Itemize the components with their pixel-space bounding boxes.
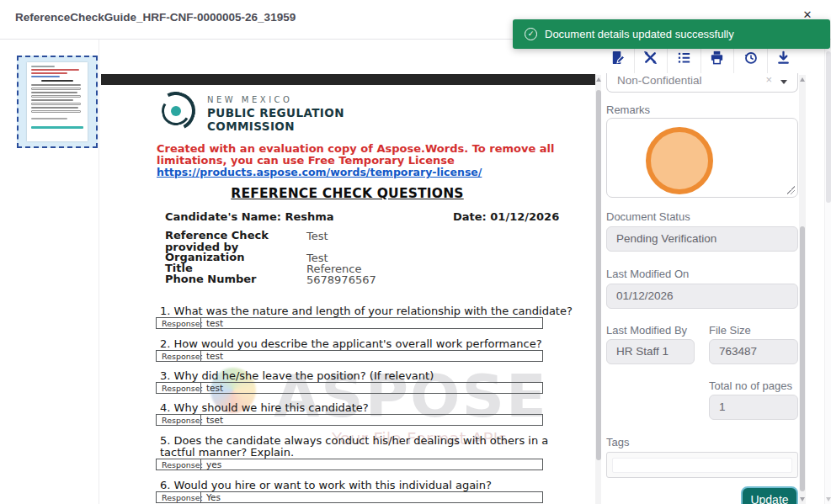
document-preview-modal: ReferenceCheckGuide_HRF-CNF-0000005-26_3… (0, 0, 831, 504)
thumbnail-preview (27, 62, 88, 141)
logo-text-line2: PUBLIC REGULATION (207, 106, 344, 119)
response-box: Response: Yes (156, 491, 543, 503)
response-box: Response: test (156, 382, 543, 394)
response-label: Response: (157, 493, 200, 502)
response-value: yes (200, 459, 542, 470)
sidebar-scrollbar (799, 75, 806, 504)
total-pages-label: Total no of pages (709, 379, 792, 392)
pdf-page: NEW MEXICO PUBLIC REGULATION COMMISSION … (99, 40, 595, 504)
document-status-field: Pending Verification (606, 226, 798, 252)
response-label: Response: (157, 352, 200, 361)
file-size-field: 763487 (709, 339, 798, 364)
last-modified-on-label: Last Modified On (606, 268, 689, 280)
eval-notice-line1: Created with an evaluation copy of Aspos… (157, 142, 554, 155)
logo-text-line1: NEW MEXICO (207, 95, 292, 104)
last-modified-by-label: Last Modified By (606, 324, 687, 337)
success-toast: ✓ Document details updated successfully (513, 19, 830, 49)
info-label: Reference Check provided by (165, 230, 310, 252)
response-label: Response: (157, 460, 200, 470)
question-text: 5. Does the candidate always conduct his… (160, 435, 581, 458)
toast-message: Document details updated successfully (545, 28, 734, 40)
confidentiality-value: Non-Confidential (617, 74, 702, 87)
document-title: ReferenceCheckGuide_HRF-CNF-0000005-26_3… (15, 11, 296, 24)
confidentiality-select[interactable]: Non-Confidential × (606, 73, 798, 93)
response-box: Response: test (156, 350, 543, 362)
tags-label: Tags (606, 436, 629, 448)
response-value: tset (200, 415, 542, 425)
click-indicator (646, 127, 713, 194)
close-icon[interactable]: ✕ (800, 8, 815, 23)
logo-text-line3: COMMISSION (207, 119, 295, 133)
last-modified-on-field: 01/12/2026 (606, 284, 798, 309)
details-sidebar: Non-Confidential × Remarks Document Stat… (601, 40, 800, 504)
clear-icon[interactable]: × (765, 73, 772, 86)
remarks-label: Remarks (606, 103, 650, 116)
document-status-label: Document Status (606, 210, 690, 223)
scrollbar-thumb[interactable] (826, 51, 831, 203)
scroll-up-icon[interactable] (800, 77, 805, 82)
chevron-down-icon[interactable] (780, 80, 787, 84)
pdf-viewer: ASPOSE Your File Format APIs NEW MEXICO … (99, 40, 595, 504)
question-text: 4. Why should we hire this candidate? (160, 402, 581, 414)
resize-grip-icon[interactable] (786, 186, 795, 194)
response-value: Yes (200, 492, 542, 502)
candidate-name: Candidate's Name: Reshma (165, 210, 334, 223)
info-value: Test (306, 230, 328, 242)
page-scrollbar (824, 40, 831, 504)
question-text: 3. Why did he/she leave the position? (I… (160, 370, 581, 382)
response-label: Response: (157, 416, 200, 425)
eval-notice-line2: limitations, you can use Free Temporary … (157, 154, 455, 167)
response-value: test (200, 383, 542, 393)
eval-license-link[interactable]: https://products.aspose.com/words/tempor… (157, 166, 482, 178)
info-label: Phone Number (165, 273, 310, 285)
update-button[interactable]: Update (741, 486, 798, 504)
form-date: Date: 01/12/2026 (453, 210, 559, 223)
scroll-down-icon[interactable] (826, 497, 831, 501)
response-label: Response: (157, 384, 200, 393)
thumbnail-panel (0, 40, 99, 504)
question-text: 2. How would you describe the applicant'… (160, 338, 581, 350)
scrollbar-thumb[interactable] (800, 226, 805, 491)
response-label: Response: (157, 319, 200, 328)
response-box: Response: tset (156, 414, 543, 426)
total-pages-field: 1 (709, 395, 798, 420)
response-box: Response: yes (156, 459, 543, 470)
file-size-label: File Size (709, 324, 751, 337)
tags-input[interactable] (612, 458, 792, 473)
form-title: REFERENCE CHECK QUESTIONS (99, 186, 595, 201)
page-thumbnail[interactable] (17, 56, 98, 148)
nmprc-logo-icon (157, 92, 195, 130)
response-value: test (200, 351, 542, 361)
question-text: 1. What was the nature and length of you… (160, 305, 581, 317)
scroll-down-icon[interactable] (800, 497, 805, 501)
tags-container (606, 452, 798, 478)
response-box: Response: test (156, 317, 543, 329)
last-modified-by-field: HR Staff 1 (606, 339, 695, 364)
response-value: test (200, 318, 542, 328)
check-circle-icon: ✓ (525, 28, 537, 40)
info-value: 5678976567 (306, 273, 376, 286)
question-text: 6. Would you hire or want to work with t… (160, 480, 581, 491)
